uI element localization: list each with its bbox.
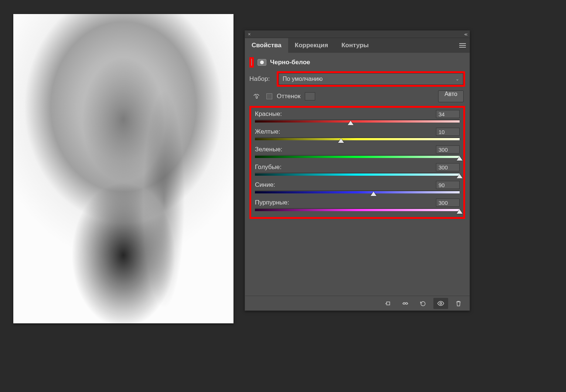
svg-point-2 bbox=[406, 302, 408, 304]
reset-icon[interactable] bbox=[416, 298, 430, 309]
svg-point-3 bbox=[440, 302, 442, 304]
slider-greens: Зеленые:300 bbox=[255, 145, 460, 159]
slider-blues: Синие:90 bbox=[255, 181, 460, 194]
slider-thumb[interactable] bbox=[338, 138, 344, 143]
svg-rect-0 bbox=[387, 302, 390, 305]
preset-row: Набор: По умолчанию ⌄ bbox=[249, 71, 465, 87]
slider-label: Желтые: bbox=[255, 128, 280, 135]
slider-label: Голубые: bbox=[255, 164, 282, 171]
panel-flyout-menu-icon[interactable] bbox=[456, 38, 470, 53]
photo-placeholder bbox=[13, 14, 233, 323]
tab-label: Свойства bbox=[252, 42, 282, 49]
slider-track[interactable] bbox=[255, 208, 460, 212]
chevron-down-icon: ⌄ bbox=[456, 76, 459, 82]
slider-gradient bbox=[255, 173, 460, 176]
highlight-icon-box bbox=[249, 57, 254, 68]
tint-row: Оттенок Авто bbox=[249, 90, 465, 102]
clip-to-layer-icon[interactable] bbox=[380, 298, 395, 309]
slider-thumb[interactable] bbox=[457, 156, 463, 161]
slider-label: Красные: bbox=[255, 110, 282, 118]
slider-thumb[interactable] bbox=[371, 192, 376, 196]
slider-label: Пурпурные: bbox=[255, 199, 289, 206]
app-stage: × << Свойства Коррекция Контуры Черно- bbox=[0, 0, 566, 392]
tab-label: Контуры bbox=[341, 42, 369, 49]
slider-track[interactable] bbox=[255, 173, 460, 176]
tab-properties[interactable]: Свойства bbox=[245, 38, 288, 53]
slider-gradient bbox=[255, 156, 460, 158]
canvas-image[interactable] bbox=[13, 14, 233, 323]
view-previous-state-icon[interactable] bbox=[398, 298, 413, 309]
trash-icon[interactable] bbox=[451, 298, 466, 309]
auto-button[interactable]: Авто bbox=[438, 90, 464, 102]
slider-thumb[interactable] bbox=[457, 209, 463, 214]
slider-cyans: Голубые:300 bbox=[255, 163, 460, 176]
visibility-eye-icon[interactable] bbox=[433, 298, 448, 309]
tint-color-swatch[interactable] bbox=[305, 92, 315, 100]
slider-gradient bbox=[255, 209, 460, 211]
slider-yellows: Желтые:10 bbox=[255, 128, 460, 141]
tint-label: Оттенок bbox=[277, 93, 300, 100]
close-icon[interactable]: × bbox=[248, 31, 251, 37]
panel-body: Черно-белое Набор: По умолчанию ⌄ bbox=[245, 53, 470, 296]
color-sliders-group: Красные:34Желтые:10Зеленые:300Голубые:30… bbox=[249, 106, 465, 219]
panel-footer bbox=[245, 296, 470, 310]
slider-track[interactable] bbox=[255, 190, 460, 194]
tint-checkbox[interactable] bbox=[266, 93, 272, 99]
slider-thumb[interactable] bbox=[457, 174, 463, 178]
slider-value-input[interactable]: 90 bbox=[436, 181, 460, 189]
panel-topbar: × << bbox=[245, 31, 470, 38]
slider-magentas: Пурпурные:300 bbox=[255, 199, 460, 212]
slider-label: Синие: bbox=[255, 181, 275, 189]
slider-thumb[interactable] bbox=[348, 121, 354, 125]
slider-value-input[interactable]: 10 bbox=[436, 128, 460, 136]
slider-track[interactable] bbox=[255, 120, 460, 123]
preset-label: Набор: bbox=[249, 75, 274, 83]
adjustment-header: Черно-белое bbox=[249, 57, 465, 68]
collapse-icon[interactable]: << bbox=[464, 32, 467, 37]
svg-point-1 bbox=[403, 302, 405, 304]
slider-value-input[interactable]: 300 bbox=[436, 145, 460, 154]
slider-gradient bbox=[255, 191, 460, 193]
slider-label: Зеленые: bbox=[255, 146, 282, 153]
preset-dropdown[interactable]: По умолчанию ⌄ bbox=[279, 73, 463, 85]
slider-gradient bbox=[255, 120, 460, 123]
slider-value-input[interactable]: 34 bbox=[436, 110, 460, 118]
slider-gradient bbox=[255, 138, 460, 140]
slider-value-input[interactable]: 300 bbox=[436, 163, 460, 171]
bw-adjustment-icon[interactable] bbox=[251, 59, 252, 66]
slider-value-input[interactable]: 300 bbox=[436, 199, 460, 207]
tab-label: Коррекция bbox=[295, 42, 328, 49]
slider-reds: Красные:34 bbox=[255, 110, 460, 123]
layer-mask-icon[interactable] bbox=[258, 59, 266, 66]
slider-track[interactable] bbox=[255, 137, 460, 141]
tab-paths[interactable]: Контуры bbox=[335, 38, 375, 53]
properties-panel: × << Свойства Коррекция Контуры Черно- bbox=[245, 30, 470, 311]
tab-adjustments[interactable]: Коррекция bbox=[288, 38, 335, 53]
preset-selected: По умолчанию bbox=[283, 76, 323, 82]
adjustment-title: Черно-белое bbox=[270, 59, 310, 66]
targeted-adjustment-tool-icon[interactable] bbox=[251, 91, 262, 102]
panel-tabbar: Свойства Коррекция Контуры bbox=[245, 38, 470, 53]
slider-track[interactable] bbox=[255, 155, 460, 159]
